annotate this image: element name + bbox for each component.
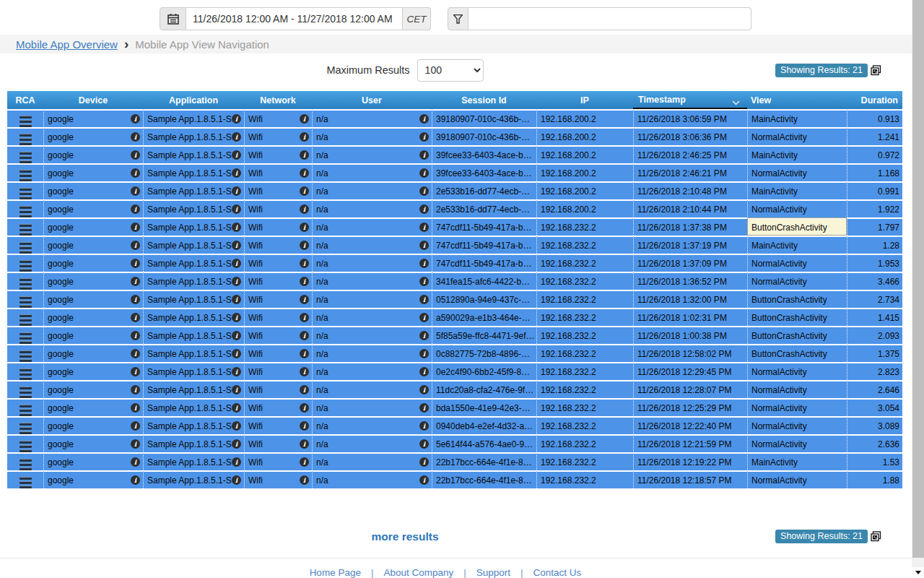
info-icon[interactable]: i [419, 186, 429, 196]
view-cell[interactable]: NormalActivity [747, 434, 847, 452]
info-icon[interactable]: i [300, 331, 309, 340]
rca-cell[interactable] [7, 217, 43, 236]
info-icon[interactable]: i [419, 367, 429, 376]
device-cell[interactable]: googlei [43, 236, 143, 254]
device-cell[interactable]: googlei [43, 434, 143, 452]
footer-link-about[interactable]: About Company [383, 567, 453, 578]
network-cell[interactable]: Wifii [244, 109, 312, 127]
ip-cell[interactable]: 192.168.232.2 [536, 290, 633, 308]
session-id-cell[interactable]: 39fcee33-6403-4ace-b… [432, 163, 536, 181]
application-cell[interactable]: Sample App.1.8.5.1-SNi [143, 452, 244, 470]
rca-cell[interactable] [7, 452, 43, 470]
timestamp-cell[interactable]: 11/26/2018 12:25:29 PM [633, 398, 747, 416]
application-cell[interactable]: Sample App.1.8.5.1-SNi [143, 236, 244, 254]
rca-cell[interactable] [7, 127, 43, 145]
info-icon[interactable]: i [232, 241, 241, 250]
ip-cell[interactable]: 192.168.232.2 [536, 236, 633, 254]
network-cell[interactable]: Wifii [244, 398, 312, 416]
rca-cell[interactable] [7, 236, 43, 254]
calendar-button[interactable] [160, 7, 186, 30]
info-icon[interactable]: i [131, 186, 140, 196]
timestamp-cell[interactable]: 11/26/2018 12:29:45 PM [633, 362, 747, 380]
user-cell[interactable]: n/ai [312, 145, 432, 163]
session-id-cell[interactable]: 5e614f44-a576-4ae0-9… [432, 434, 536, 452]
device-cell[interactable]: googlei [43, 362, 143, 380]
column-header-session-id[interactable]: Session Id [432, 91, 536, 109]
table-row[interactable]: googlei Sample App.1.8.5.1-SNi Wifii n/a… [7, 398, 902, 416]
info-icon[interactable]: i [232, 223, 241, 232]
rca-details-icon[interactable] [19, 422, 32, 434]
timestamp-cell[interactable]: 11/26/2018 1:37:38 PM [633, 217, 747, 236]
timestamp-cell[interactable]: 11/26/2018 3:06:59 PM [633, 109, 747, 127]
date-range-input[interactable] [186, 7, 403, 30]
device-cell[interactable]: googlei [43, 254, 143, 272]
session-id-cell[interactable]: 39180907-010c-436b-… [432, 127, 536, 145]
info-icon[interactable]: i [232, 457, 241, 467]
rca-details-icon[interactable] [19, 241, 32, 254]
ip-cell[interactable]: 192.168.232.2 [536, 416, 633, 434]
column-header-ip[interactable]: IP [536, 91, 633, 109]
info-icon[interactable]: i [131, 223, 140, 232]
device-cell[interactable]: googlei [43, 452, 143, 470]
info-icon[interactable]: i [131, 277, 140, 286]
session-id-cell[interactable]: 22b17bcc-664e-4f1e-8… [432, 452, 536, 470]
info-icon[interactable]: i [300, 204, 309, 214]
timestamp-cell[interactable]: 11/26/2018 12:18:57 PM [633, 470, 747, 488]
info-icon[interactable]: i [300, 475, 309, 485]
network-cell[interactable]: Wifii [244, 145, 312, 163]
info-icon[interactable]: i [232, 186, 241, 196]
table-row[interactable]: googlei Sample App.1.8.5.1-SNi Wifii n/a… [7, 181, 902, 199]
view-cell[interactable]: MainActivity [747, 236, 847, 254]
session-id-cell[interactable]: 22b17bcc-664e-4f1e-8… [432, 470, 536, 488]
info-icon[interactable]: i [232, 313, 241, 322]
session-id-cell[interactable]: 747cdf11-5b49-417a-b… [432, 254, 536, 272]
user-cell[interactable]: n/ai [312, 290, 432, 308]
rca-cell[interactable] [7, 272, 43, 290]
table-row[interactable]: googlei Sample App.1.8.5.1-SNi Wifii n/a… [7, 434, 902, 452]
network-cell[interactable]: Wifii [244, 163, 312, 181]
view-cell[interactable]: NormalActivity [747, 398, 847, 416]
rca-cell[interactable] [7, 199, 43, 217]
info-icon[interactable]: i [300, 313, 309, 322]
network-cell[interactable]: Wifii [244, 434, 312, 452]
view-cell[interactable]: NormalActivity [747, 416, 847, 434]
info-icon[interactable]: i [419, 204, 429, 214]
session-id-cell[interactable]: 39fcee33-6403-4ace-b… [432, 145, 536, 163]
ip-cell[interactable]: 192.168.232.2 [536, 326, 633, 344]
application-cell[interactable]: Sample App.1.8.5.1-SNi [143, 344, 244, 362]
info-icon[interactable]: i [419, 331, 429, 340]
network-cell[interactable]: Wifii [244, 344, 312, 362]
info-icon[interactable]: i [232, 114, 241, 124]
info-icon[interactable]: i [300, 385, 309, 394]
application-cell[interactable]: Sample App.1.8.5.1-SNi [143, 416, 244, 434]
timestamp-cell[interactable]: 11/26/2018 1:37:19 PM [633, 236, 747, 254]
info-icon[interactable]: i [300, 349, 309, 358]
device-cell[interactable]: googlei [43, 199, 143, 217]
info-icon[interactable]: i [419, 259, 429, 268]
user-cell[interactable]: n/ai [312, 416, 432, 434]
filter-input[interactable] [468, 7, 751, 30]
user-cell[interactable]: n/ai [312, 452, 432, 470]
session-id-cell[interactable]: 0c882775-72b8-4896-… [432, 344, 536, 362]
user-cell[interactable]: n/ai [312, 398, 432, 416]
ip-cell[interactable]: 192.168.232.2 [536, 398, 633, 416]
timestamp-cell[interactable]: 11/26/2018 12:22:40 PM [633, 416, 747, 434]
ip-cell[interactable]: 192.168.232.2 [536, 434, 633, 452]
view-cell[interactable]: ButtonCrashActivity [747, 326, 847, 344]
timestamp-cell[interactable]: 11/26/2018 12:19:22 PM [633, 452, 747, 470]
user-cell[interactable]: n/ai [312, 326, 432, 344]
rca-details-icon[interactable] [19, 259, 32, 272]
session-id-cell[interactable]: a590029a-e1b3-464e-… [432, 308, 536, 326]
application-cell[interactable]: Sample App.1.8.5.1-SNi [143, 362, 244, 380]
view-cell[interactable]: NormalActivity [747, 380, 847, 398]
rca-details-icon[interactable] [19, 223, 32, 236]
info-icon[interactable]: i [419, 241, 429, 250]
application-cell[interactable]: Sample App.1.8.5.1-SNi [143, 272, 244, 290]
info-icon[interactable]: i [131, 132, 140, 142]
user-cell[interactable]: n/ai [312, 199, 432, 217]
timestamp-cell[interactable]: 11/26/2018 1:36:52 PM [633, 272, 747, 290]
application-cell[interactable]: Sample App.1.8.5.1-SNi [143, 163, 244, 181]
info-icon[interactable]: i [131, 349, 140, 358]
filter-button[interactable] [448, 7, 468, 30]
network-cell[interactable]: Wifii [244, 199, 312, 217]
